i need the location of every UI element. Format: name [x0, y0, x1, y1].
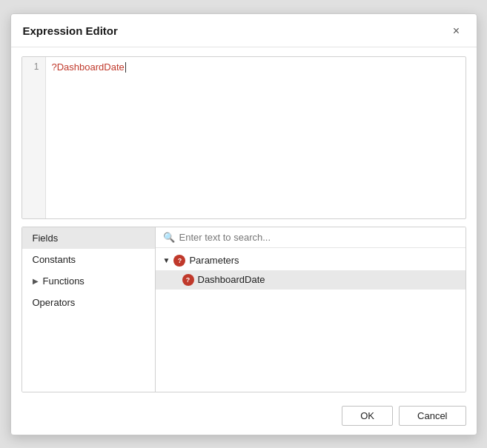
tree-item-dashboarddate[interactable]: ? DashboardDate — [156, 270, 466, 290]
left-panel-item-fields[interactable]: Fields — [22, 227, 155, 249]
editor-code: ?DashboardDate — [52, 61, 125, 73]
functions-label: Functions — [43, 275, 85, 287]
left-panel-item-operators[interactable]: Operators — [22, 292, 155, 313]
parameters-arrow: ▼ — [163, 256, 170, 264]
constants-label: Constants — [33, 254, 76, 265]
line-number-1: 1 — [34, 61, 39, 72]
dialog-title: Expression Editor — [23, 24, 118, 37]
search-icon: 🔍 — [163, 232, 175, 243]
editor-area: 1 ?DashboardDate — [21, 56, 466, 219]
dialog-footer: OK Cancel — [11, 400, 477, 435]
expression-editor-dialog: Expression Editor × 1 ?DashboardDate Fie… — [10, 13, 477, 435]
cursor — [125, 62, 126, 73]
ok-button[interactable]: OK — [342, 406, 393, 426]
right-panel: 🔍 ▼ ? Parameters ? DashboardDate — [156, 227, 466, 392]
left-panel-item-constants[interactable]: Constants — [22, 249, 155, 270]
search-bar: 🔍 — [156, 227, 466, 248]
operators-label: Operators — [33, 297, 76, 308]
functions-arrow: ▶ — [33, 277, 39, 285]
bottom-panel: Fields Constants ▶ Functions Operators 🔍… — [21, 227, 466, 392]
left-panel: Fields Constants ▶ Functions Operators — [22, 227, 156, 392]
dashboarddate-label: DashboardDate — [198, 274, 265, 285]
cancel-button[interactable]: Cancel — [399, 406, 466, 426]
parameters-icon: ? — [173, 255, 185, 267]
line-numbers: 1 — [22, 57, 46, 218]
editor-content[interactable]: ?DashboardDate — [46, 57, 466, 218]
search-input[interactable] — [179, 232, 458, 243]
tree-area: ▼ ? Parameters ? DashboardDate — [156, 248, 466, 392]
dialog-titlebar: Expression Editor × — [11, 14, 477, 47]
left-panel-item-functions[interactable]: ▶ Functions — [22, 270, 155, 292]
close-button[interactable]: × — [448, 23, 465, 39]
tree-item-parameters[interactable]: ▼ ? Parameters — [156, 251, 466, 270]
parameters-label: Parameters — [189, 255, 239, 266]
dashboarddate-icon: ? — [182, 274, 194, 286]
fields-label: Fields — [33, 233, 59, 244]
